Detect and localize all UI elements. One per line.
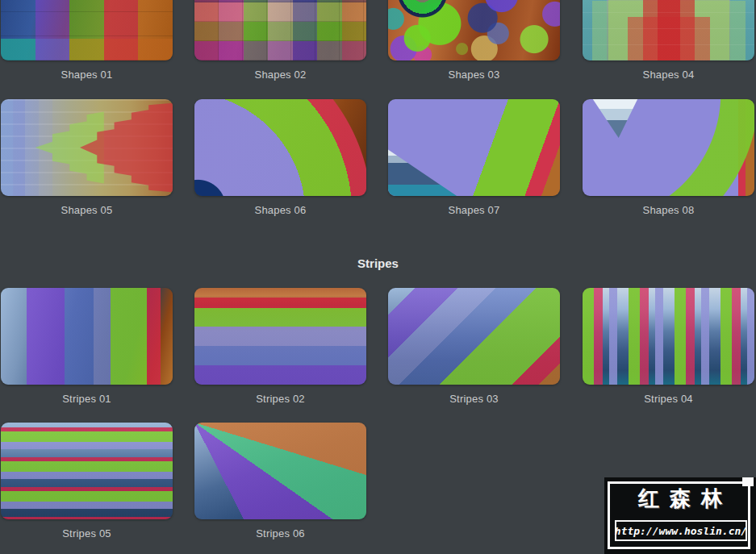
wallpaper-gallery-screen: Shapes 01 Shapes 02 Shapes 03 Shapes 04 …	[0, 0, 756, 554]
wallpaper-item-stripes-01[interactable]: Stripes 01	[1, 288, 173, 405]
wallpaper-label: Shapes 04	[583, 69, 754, 81]
wallpaper-item-stripes-02[interactable]: Stripes 02	[194, 288, 366, 405]
wallpaper-thumbnail-shapes-08[interactable]	[583, 99, 754, 196]
wallpaper-thumbnail-stripes-03[interactable]	[388, 288, 560, 385]
wallpaper-item-stripes-06[interactable]: Stripes 06	[194, 423, 366, 539]
watermark-title: 红森林	[604, 485, 756, 513]
wallpaper-label: Shapes 02	[194, 69, 366, 81]
wallpaper-label: Shapes 05	[1, 204, 173, 216]
wallpaper-thumbnail-shapes-05[interactable]	[1, 99, 173, 196]
wallpaper-item-shapes-06[interactable]: Shapes 06	[194, 99, 366, 216]
watermark-url: http://www.hoslin.cn/	[615, 525, 747, 537]
wallpaper-thumbnail-stripes-04[interactable]	[583, 288, 754, 385]
wallpaper-label: Stripes 06	[194, 527, 366, 539]
wallpaper-item-stripes-03[interactable]: Stripes 03	[388, 288, 560, 405]
wallpaper-thumbnail-stripes-01[interactable]	[1, 288, 173, 385]
wallpaper-label: Stripes 02	[194, 393, 366, 405]
wallpaper-label: Shapes 03	[388, 69, 560, 81]
wallpaper-thumbnail-stripes-05[interactable]	[1, 423, 173, 519]
wallpaper-item-shapes-03[interactable]: Shapes 03	[388, 0, 560, 81]
wallpaper-item-stripes-04[interactable]: Stripes 04	[583, 288, 754, 405]
watermark-url-box: http://www.hoslin.cn/	[615, 520, 747, 541]
wallpaper-item-shapes-01[interactable]: Shapes 01	[1, 0, 173, 81]
watermark-box: 红森林 http://www.hoslin.cn/	[604, 477, 756, 554]
wallpaper-item-shapes-07[interactable]: Shapes 07	[388, 99, 560, 216]
wallpaper-label: Stripes 01	[1, 393, 173, 405]
wallpaper-label: Shapes 08	[583, 204, 754, 216]
wallpaper-item-shapes-04[interactable]: Shapes 04	[583, 0, 754, 81]
wallpaper-thumbnail-shapes-03[interactable]	[388, 0, 560, 60]
wallpaper-thumbnail-stripes-06[interactable]	[194, 423, 366, 519]
section-header-stripes: Stripes	[0, 256, 756, 270]
wallpaper-thumbnail-shapes-06[interactable]	[194, 99, 366, 196]
wallpaper-label: Stripes 05	[1, 527, 173, 539]
wallpaper-label: Shapes 01	[1, 69, 173, 81]
wallpaper-thumbnail-shapes-02[interactable]	[194, 0, 366, 60]
wallpaper-thumbnail-stripes-02[interactable]	[194, 288, 366, 385]
wallpaper-label: Stripes 04	[583, 393, 754, 405]
wallpaper-thumbnail-shapes-07[interactable]	[388, 99, 560, 196]
wallpaper-item-stripes-05[interactable]: Stripes 05	[1, 423, 173, 539]
wallpaper-label: Shapes 07	[388, 204, 560, 216]
wallpaper-thumbnail-shapes-04[interactable]	[583, 0, 754, 60]
wallpaper-item-shapes-05[interactable]: Shapes 05	[1, 99, 173, 216]
wallpaper-label: Stripes 03	[388, 393, 560, 405]
wallpaper-item-shapes-08[interactable]: Shapes 08	[583, 99, 754, 216]
wallpaper-thumbnail-shapes-01[interactable]	[1, 0, 173, 60]
wallpaper-item-shapes-02[interactable]: Shapes 02	[194, 0, 366, 81]
wallpaper-label: Shapes 06	[194, 204, 366, 216]
